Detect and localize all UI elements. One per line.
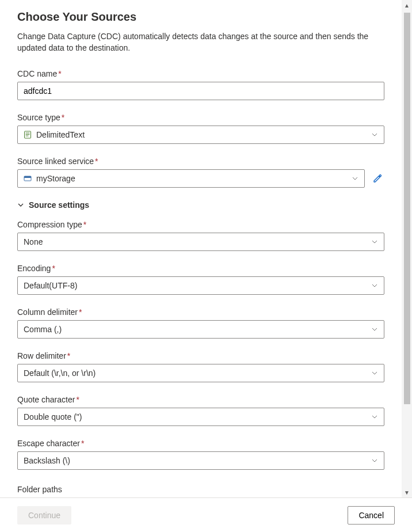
- required-asterisk: *: [76, 395, 79, 404]
- field-compression-type: Compression type* None: [17, 220, 384, 251]
- field-source-type: Source type* DelimitedText: [17, 113, 384, 144]
- source-settings-panel: Compression type* None Encoding* Default…: [17, 220, 384, 470]
- chevron-down-icon: [371, 282, 378, 289]
- encoding-select[interactable]: Default(UTF-8): [17, 276, 384, 295]
- column-delimiter-value: Comma (,): [24, 325, 367, 334]
- chevron-down-icon: [371, 326, 378, 333]
- quote-character-select[interactable]: Double quote ("): [17, 408, 384, 426]
- svg-rect-1: [26, 132, 30, 133]
- column-delimiter-select[interactable]: Comma (,): [17, 320, 384, 339]
- source-type-value: DelimitedText: [36, 130, 367, 139]
- continue-button[interactable]: Continue: [17, 506, 71, 525]
- chevron-down-icon: [371, 131, 378, 138]
- scroll-down-arrow-icon[interactable]: ▼: [402, 487, 412, 497]
- encoding-label: Encoding*: [17, 264, 384, 273]
- linked-service-value: myStorage: [36, 174, 347, 183]
- field-row-delimiter: Row delimiter* Default (\r,\n, or \r\n): [17, 351, 384, 382]
- svg-rect-3: [26, 135, 29, 136]
- field-encoding: Encoding* Default(UTF-8): [17, 264, 384, 295]
- required-asterisk: *: [52, 264, 55, 273]
- compression-type-value: None: [24, 237, 367, 246]
- cdc-name-input[interactable]: [17, 82, 384, 100]
- column-delimiter-label: Column delimiter*: [17, 307, 384, 317]
- svg-rect-5: [24, 176, 31, 178]
- chevron-down-icon: [371, 238, 378, 245]
- required-asterisk: *: [81, 439, 84, 448]
- scroll-up-arrow-icon[interactable]: ▲: [402, 0, 412, 10]
- linked-service-label: Source linked service*: [17, 157, 384, 166]
- storage-icon: [24, 174, 32, 183]
- svg-rect-2: [26, 134, 30, 135]
- wizard-footer: Continue Cancel: [0, 497, 412, 532]
- field-linked-service: Source linked service* myStorage: [17, 157, 384, 188]
- field-escape-character: Escape character* Backslash (\): [17, 439, 384, 470]
- form-scroll-region: Choose Your Sources Change Data Capture …: [0, 0, 402, 497]
- required-asterisk: *: [67, 351, 70, 360]
- chevron-down-icon: [371, 457, 378, 464]
- required-asterisk: *: [79, 307, 82, 317]
- row-delimiter-value: Default (\r,\n, or \r\n): [24, 368, 367, 378]
- field-cdc-name: CDC name*: [17, 69, 384, 100]
- required-asterisk: *: [62, 113, 64, 122]
- row-delimiter-select[interactable]: Default (\r,\n, or \r\n): [17, 364, 384, 382]
- page-description: Change Data Capture (CDC) automatically …: [17, 31, 384, 54]
- chevron-down-icon: [371, 370, 378, 377]
- linked-service-select[interactable]: myStorage: [17, 169, 365, 188]
- folder-paths-label: Folder paths: [17, 485, 384, 494]
- source-settings-toggle[interactable]: Source settings: [17, 200, 384, 210]
- cancel-button[interactable]: Cancel: [348, 506, 395, 525]
- required-asterisk: *: [83, 220, 86, 229]
- field-quote-character: Quote character* Double quote ("): [17, 395, 384, 426]
- file-icon: [24, 131, 32, 139]
- source-type-label: Source type*: [17, 113, 384, 122]
- row-delimiter-label: Row delimiter*: [17, 351, 384, 360]
- required-asterisk: *: [95, 157, 98, 166]
- vertical-scrollbar[interactable]: ▲ ▼: [402, 0, 412, 497]
- chevron-down-icon: [371, 413, 378, 420]
- source-settings-label: Source settings: [29, 200, 89, 210]
- compression-type-select[interactable]: None: [17, 233, 384, 251]
- escape-character-value: Backslash (\): [24, 456, 367, 465]
- scrollbar-thumb[interactable]: [404, 13, 410, 404]
- quote-character-value: Double quote ("): [24, 412, 367, 421]
- quote-character-label: Quote character*: [17, 395, 384, 404]
- field-column-delimiter: Column delimiter* Comma (,): [17, 307, 384, 339]
- escape-character-select[interactable]: Backslash (\): [17, 451, 384, 470]
- cdc-name-label: CDC name*: [17, 69, 384, 78]
- encoding-value: Default(UTF-8): [24, 281, 367, 290]
- escape-character-label: Escape character*: [17, 439, 384, 448]
- source-type-select[interactable]: DelimitedText: [17, 126, 384, 144]
- edit-linked-service-button[interactable]: [371, 172, 384, 185]
- page-title: Choose Your Sources: [17, 10, 384, 24]
- required-asterisk: *: [58, 69, 61, 78]
- compression-type-label: Compression type*: [17, 220, 384, 229]
- chevron-down-icon: [352, 175, 358, 182]
- chevron-down-icon: [17, 202, 24, 208]
